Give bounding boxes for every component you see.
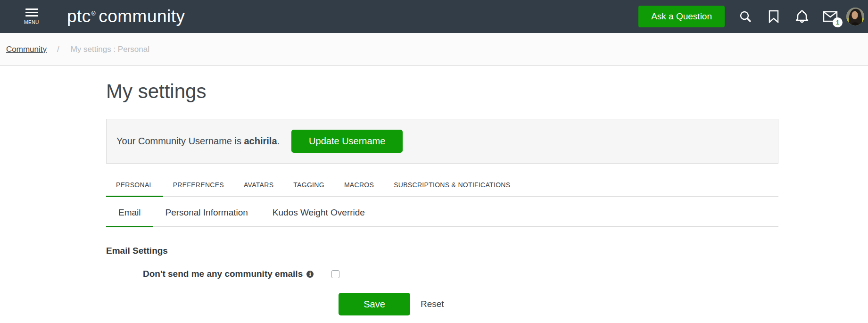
tab-personal[interactable]: PERSONAL [106, 181, 163, 197]
messages-button[interactable]: 1 [816, 0, 844, 33]
notifications-button[interactable] [788, 0, 816, 33]
search-icon [739, 10, 752, 23]
logo-ptc: ptc [67, 7, 91, 26]
no-emails-label: Don't send me any community emails [143, 269, 303, 279]
tab-preferences[interactable]: PREFERENCES [163, 181, 234, 197]
username-message: Your Community Username is achirila. [116, 136, 280, 147]
username-value: achirila [244, 136, 277, 146]
page-title: My settings [106, 81, 778, 102]
tab-macros[interactable]: MACROS [334, 181, 384, 197]
email-settings-heading: Email Settings [106, 246, 778, 256]
ask-a-question-button[interactable]: Ask a Question [638, 6, 725, 27]
message-count-badge: 1 [833, 17, 843, 27]
tab-subscriptions-notifications[interactable]: SUBSCRIPTIONS & NOTIFICATIONS [384, 181, 520, 197]
top-navbar: MENU ptc®community Ask a Question [0, 0, 868, 33]
subtab-personal-information[interactable]: Personal Information [153, 207, 260, 227]
search-button[interactable] [731, 0, 760, 33]
reset-link[interactable]: Reset [421, 299, 444, 309]
settings-content: My settings Your Community Username is a… [106, 81, 778, 315]
avatar-image [846, 8, 864, 25]
navbar-actions: Ask a Question [638, 0, 868, 33]
tab-avatars[interactable]: AVATARS [234, 181, 283, 197]
personal-subtabs: Email Personal Information Kudos Weight … [106, 207, 778, 227]
registered-mark: ® [91, 10, 96, 17]
tab-tagging[interactable]: TAGGING [283, 181, 334, 197]
subtab-email[interactable]: Email [106, 207, 153, 227]
email-settings-section: Email Settings Don't send me any communi… [106, 246, 778, 315]
hamburger-icon [25, 8, 38, 10]
ptc-community-logo[interactable]: ptc®community [67, 7, 185, 26]
save-button[interactable]: Save [339, 293, 410, 315]
settings-tabs: PERSONAL PREFERENCES AVATARS TAGGING MAC… [106, 181, 778, 197]
breadcrumb: Community / My settings : Personal [0, 33, 868, 66]
logo-community: community [99, 7, 185, 26]
username-banner: Your Community Username is achirila. Upd… [106, 119, 778, 164]
breadcrumb-current: My settings : Personal [71, 45, 149, 54]
bell-icon [795, 9, 809, 24]
no-emails-setting-row: Don't send me any community emails i [106, 269, 778, 279]
breadcrumb-community-link[interactable]: Community [6, 45, 47, 54]
menu-button[interactable]: MENU [21, 8, 42, 25]
subtab-kudos-weight-override[interactable]: Kudos Weight Override [260, 207, 377, 227]
page: MENU ptc®community Ask a Question [0, 0, 868, 323]
menu-label: MENU [24, 20, 39, 25]
update-username-button[interactable]: Update Username [291, 130, 403, 153]
bookmark-icon [768, 10, 779, 23]
form-actions: Save Reset [339, 293, 778, 315]
info-icon[interactable]: i [306, 271, 314, 278]
no-emails-checkbox[interactable] [331, 270, 339, 278]
breadcrumb-separator: / [57, 45, 59, 54]
bookmarks-button[interactable] [760, 0, 788, 33]
user-avatar[interactable] [846, 8, 864, 25]
